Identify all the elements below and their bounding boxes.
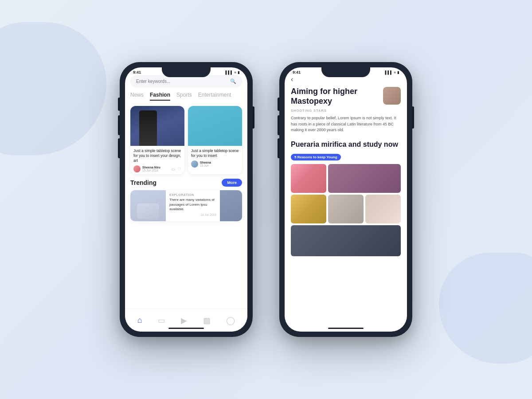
trending-category: EXPLORATION <box>169 193 216 196</box>
photo-grid-row2 <box>291 195 401 223</box>
author-name-2: Sheena <box>200 161 211 164</box>
trending-right-image <box>220 190 242 221</box>
article-main-title: Aiming for higher Mastopexy <box>291 87 379 106</box>
article-image-2 <box>188 106 242 146</box>
signal-icon: ▌▌▌ <box>226 70 233 74</box>
phone-1-screen: 9:41 ▌▌▌ ≈ ▮ 🔍 News Fashion Spor <box>125 67 247 332</box>
article-header: Aiming for higher Mastopexy <box>291 87 401 106</box>
notch <box>162 67 211 77</box>
battery-icon-2: ▮ <box>397 70 399 74</box>
trending-card[interactable]: EXPLORATION There are many variations of… <box>130 190 242 221</box>
bookmark-icon-1[interactable]: ▭ <box>171 167 175 172</box>
search-icon: 🔍 <box>230 78 236 84</box>
trending-body: EXPLORATION There are many variations of… <box>166 190 220 221</box>
phone-1: 9:41 ▌▌▌ ≈ ▮ 🔍 News Fashion Spor <box>120 62 253 337</box>
heart-icon-1[interactable]: ♡ <box>177 167 181 172</box>
photo-woman-hat <box>291 195 326 223</box>
article-title-1: Just a simple tabletop scene for you to … <box>133 149 181 163</box>
nav-home-icon[interactable]: ⌂ <box>137 316 142 325</box>
volume-down-button <box>118 138 120 158</box>
author-info-1: Sheena Niru 15 Jun 2018 <box>133 165 160 172</box>
mute-button <box>118 98 120 111</box>
articles-row: Just a simple tabletop scene for you to … <box>130 106 242 174</box>
volume-up-button-2 <box>278 115 279 135</box>
author-date-2: 15 Jun <box>200 164 211 167</box>
background-blob-2 <box>439 253 532 364</box>
article-actions-1: ▭ ♡ <box>171 167 181 172</box>
tab-sports[interactable]: Sports <box>176 92 192 101</box>
notch-2 <box>321 67 370 77</box>
category-tabs: News Fashion Sports Entertainment <box>130 92 242 101</box>
background-blob-1 <box>0 22 106 155</box>
author-date-1: 15 Jun 2018 <box>142 169 160 172</box>
status-icons-2: ▌▌▌ ≈ ▮ <box>385 70 399 74</box>
author-info-2: Sheena 15 Jun <box>191 160 211 168</box>
trending-title: Trending <box>130 179 156 186</box>
nav-play-icon[interactable]: ▶ <box>181 316 187 325</box>
mute-button-2 <box>278 98 279 111</box>
section-badge: 5 Reasons to keep Young <box>291 154 341 160</box>
phone-1-content: 🔍 News Fashion Sports Entertainment Just… <box>125 75 247 327</box>
home-indicator <box>168 328 204 329</box>
phone-2-content: ‹ Aiming for higher Mastopexy SHOOTING S… <box>285 75 407 327</box>
author-avatar-2 <box>191 160 198 168</box>
article-card-1[interactable]: Just a simple tabletop scene for you to … <box>130 106 184 174</box>
tab-entertainment[interactable]: Entertainment <box>198 92 231 101</box>
photo-woman-flowers <box>291 164 326 193</box>
article-category: SHOOTING STARS <box>291 109 401 113</box>
wifi-icon: ≈ <box>235 70 236 74</box>
nav-profile-icon[interactable]: ◯ <box>226 316 235 325</box>
search-bar[interactable]: 🔍 <box>130 75 242 87</box>
article-meta-2: Sheena 15 Jun <box>191 160 239 168</box>
trending-text: There are many variations of passages of… <box>169 198 216 211</box>
article-image-1 <box>130 106 184 146</box>
power-button <box>253 106 254 129</box>
status-icons: ▌▌▌ ≈ ▮ <box>226 70 239 74</box>
author-details-2: Sheena 15 Jun <box>200 161 211 167</box>
nav-bookmark-icon[interactable]: ▩ <box>203 316 211 325</box>
volume-up-button <box>118 115 120 135</box>
wifi-icon-2: ≈ <box>394 70 396 74</box>
tab-news[interactable]: News <box>130 92 144 101</box>
author-details-1: Sheena Niru 15 Jun 2018 <box>142 166 160 172</box>
trending-date: 14 Jun 2018 <box>169 213 216 216</box>
author-name-1: Sheena Niru <box>142 166 160 169</box>
tab-fashion[interactable]: Fashion <box>150 92 170 101</box>
article-meta-1: Sheena Niru 15 Jun 2018 ▭ ♡ <box>133 165 181 172</box>
time-display-2: 9:41 <box>293 70 301 74</box>
time-display: 9:41 <box>133 70 141 74</box>
trending-header: Trending More <box>130 179 242 187</box>
article-title-2: Just a simple tabletop scene for you to … <box>191 149 239 158</box>
photo-woman-coat <box>328 195 364 223</box>
battery-icon: ▮ <box>238 70 239 74</box>
phone-2-screen: 9:41 ▌▌▌ ≈ ▮ ‹ Aiming for higher Mastope… <box>285 67 407 332</box>
article-excerpt: Contrary to popular belief, Lorem Ipsum … <box>291 115 401 133</box>
article-card-2[interactable]: Just a simple tabletop scene for you to … <box>188 106 242 174</box>
section-title: Pueraria mirifica and study now <box>291 141 401 149</box>
phone-2: 9:41 ▌▌▌ ≈ ▮ ‹ Aiming for higher Mastope… <box>279 62 412 337</box>
nav-book-icon[interactable]: ▭ <box>158 316 165 325</box>
article-body-2: Just a simple tabletop scene for you to … <box>188 146 242 169</box>
search-input[interactable] <box>136 79 230 84</box>
article-thumbnail <box>383 87 401 105</box>
signal-icon-2: ▌▌▌ <box>385 70 393 74</box>
photo-grid-row1 <box>291 164 401 193</box>
trending-left-image <box>130 190 166 221</box>
photo-man-portrait <box>291 225 401 256</box>
article-body-1: Just a simple tabletop scene for you to … <box>130 146 184 174</box>
photo-woman-closeup <box>365 195 401 223</box>
phones-container: 9:41 ▌▌▌ ≈ ▮ 🔍 News Fashion Spor <box>120 62 412 337</box>
more-button[interactable]: More <box>222 179 242 187</box>
volume-down-button-2 <box>278 138 279 158</box>
home-indicator-2 <box>328 328 364 329</box>
author-avatar-1 <box>133 165 141 172</box>
power-button-2 <box>412 106 414 129</box>
photo-woman-redhair <box>328 164 401 193</box>
